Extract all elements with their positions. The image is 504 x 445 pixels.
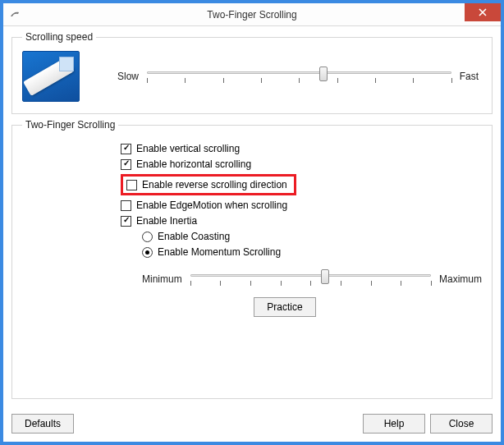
speed-max-label: Fast: [460, 71, 479, 82]
speed-slider[interactable]: [147, 65, 451, 88]
speed-icon: [22, 51, 80, 102]
practice-button[interactable]: Practice: [254, 297, 316, 317]
window-title: Two-Finger Scrolling: [3, 9, 501, 21]
inertia-min-label: Minimum: [142, 273, 182, 285]
dialog-window: Two-Finger Scrolling Scrolling speed Slo…: [3, 3, 501, 442]
vertical-scrolling-label: Enable vertical scrolling: [136, 143, 240, 154]
horizontal-scrolling-checkbox[interactable]: ✓: [121, 159, 131, 170]
help-button[interactable]: Help: [363, 414, 425, 434]
horizontal-scrolling-label: Enable horizontal scrolling: [136, 158, 251, 170]
scrolling-speed-group: Scrolling speed Slow Fast: [11, 31, 493, 114]
window-close-button[interactable]: [465, 3, 501, 21]
edgemotion-label: Enable EdgeMotion when scrolling: [136, 200, 287, 211]
inertia-checkbox[interactable]: ✓: [121, 216, 131, 227]
coasting-label: Enable Coasting: [158, 231, 230, 242]
two-finger-scrolling-group: Two-Finger Scrolling ✓ Enable vertical s…: [11, 119, 493, 399]
two-finger-scrolling-legend: Two-Finger Scrolling: [22, 119, 118, 131]
inertia-max-label: Maximum: [439, 273, 482, 285]
reverse-scrolling-highlight: ✓ Enable reverse scrolling direction: [121, 174, 296, 195]
vertical-scrolling-checkbox[interactable]: ✓: [121, 144, 131, 154]
defaults-button[interactable]: Defaults: [11, 414, 74, 434]
speed-min-label: Slow: [117, 71, 139, 82]
scrolling-speed-legend: Scrolling speed: [22, 31, 96, 43]
coasting-radio[interactable]: [142, 232, 153, 242]
inertia-slider[interactable]: [190, 268, 431, 291]
close-button[interactable]: Close: [430, 414, 493, 434]
reverse-scrolling-label: Enable reverse scrolling direction: [142, 179, 287, 190]
inertia-label: Enable Inertia: [136, 215, 197, 227]
titlebar: Two-Finger Scrolling: [3, 3, 501, 26]
dialog-footer: Defaults Help Close: [3, 411, 501, 442]
edgemotion-checkbox[interactable]: ✓: [121, 200, 131, 211]
momentum-label: Enable Momentum Scrolling: [158, 246, 281, 258]
momentum-radio[interactable]: [142, 247, 153, 258]
app-icon: [8, 8, 21, 21]
reverse-scrolling-checkbox[interactable]: ✓: [126, 180, 137, 190]
